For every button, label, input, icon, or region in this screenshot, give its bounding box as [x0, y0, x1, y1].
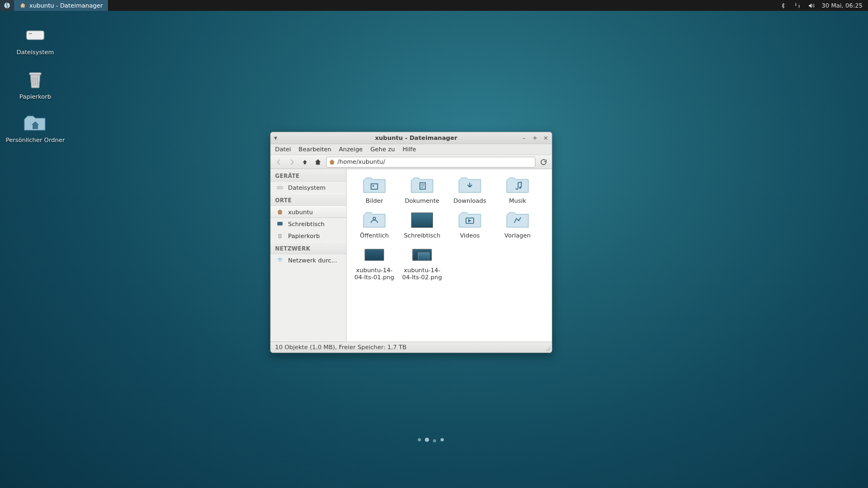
image-thumbnail-icon — [410, 245, 434, 265]
sidebar-item-trash[interactable]: Papierkorb — [271, 230, 346, 242]
panel-left: xubuntu - Dateimanager — [0, 0, 108, 11]
sidebar-item-label: Schreibtisch — [288, 221, 341, 228]
folder-downloads-icon — [458, 176, 482, 195]
reload-button[interactable] — [539, 157, 548, 167]
minimize-button[interactable]: – — [520, 134, 528, 142]
folder-musik[interactable]: Musik — [494, 176, 541, 205]
file-label: Schreibtisch — [404, 232, 440, 240]
sidebar-head-devices: GERÄTE — [271, 169, 346, 182]
location-bar[interactable]: /home/xubuntu/ — [326, 157, 535, 168]
close-button[interactable]: × — [542, 134, 550, 142]
svg-rect-4 — [277, 187, 283, 189]
bluetooth-icon[interactable] — [780, 2, 787, 9]
folder-downloads[interactable]: Downloads — [446, 176, 493, 205]
system-tray: 30 Mai, 06:25 — [774, 0, 868, 11]
window-body: GERÄTE Dateisystem ORTE xubuntu Schreibt… — [271, 169, 552, 342]
svg-rect-1 — [27, 31, 44, 40]
folder-home-icon — [23, 114, 47, 133]
location-path: /home/xubuntu/ — [337, 158, 385, 165]
folder-desktop-icon — [410, 210, 434, 230]
network-icon[interactable] — [794, 2, 801, 9]
desktop-icon — [276, 220, 284, 228]
sidebar-item-browse-network[interactable]: Netzwerk durchsu… — [271, 254, 346, 266]
folder-videos-icon — [458, 210, 482, 230]
sidebar-item-filesystem[interactable]: Dateisystem — [271, 182, 346, 194]
home-icon — [314, 158, 322, 166]
drive-icon — [276, 184, 284, 191]
sidebar-item-xubuntu[interactable]: xubuntu — [271, 206, 346, 218]
desktop-icon-home-folder[interactable]: Persönlicher Ordner — [5, 114, 65, 144]
svg-rect-5 — [278, 222, 283, 226]
svg-rect-3 — [29, 73, 41, 75]
back-button[interactable] — [274, 157, 284, 167]
menu-view[interactable]: Anzeige — [339, 146, 363, 153]
top-panel: xubuntu - Dateimanager 30 Mai, 06:25 — [0, 0, 868, 11]
menu-help[interactable]: Hilfe — [403, 146, 416, 153]
folder-bilder[interactable]: Bilder — [351, 176, 398, 205]
home-icon — [329, 159, 335, 165]
home-button[interactable] — [313, 157, 323, 167]
arrow-left-icon — [275, 158, 283, 166]
folder-oeffentlich[interactable]: Öffentlich — [351, 210, 398, 240]
file-label: xubuntu-14-04-lts-01.png — [352, 267, 397, 282]
folder-documents-icon — [410, 176, 434, 195]
arrow-right-icon — [288, 158, 296, 166]
home-icon — [20, 2, 26, 9]
forward-button[interactable] — [287, 157, 297, 167]
folder-dokumente[interactable]: Dokumente — [399, 176, 445, 205]
file-view[interactable]: Bilder Dokumente Downloads — [347, 169, 552, 342]
taskbar-item-file-manager[interactable]: xubuntu - Dateimanager — [14, 0, 108, 11]
desktop: xubuntu - Dateimanager 30 Mai, 06:25 Dat… — [0, 0, 868, 488]
file-label: xubuntu-14-04-lts-02.png — [399, 267, 445, 282]
resize-grip[interactable] — [545, 346, 551, 351]
svg-rect-2 — [29, 33, 32, 34]
file-label: Bilder — [366, 197, 383, 205]
folder-schreibtisch[interactable]: Schreibtisch — [399, 210, 445, 240]
folder-public-icon — [362, 210, 386, 230]
sidebar-item-label: xubuntu — [288, 209, 341, 216]
desktop-icon-trash[interactable]: Papierkorb — [5, 70, 65, 100]
icon-grid: Bilder Dokumente Downloads — [351, 176, 547, 281]
svg-point-7 — [373, 185, 374, 187]
file-label: Dokumente — [405, 197, 439, 205]
reload-icon — [540, 158, 547, 166]
volume-icon[interactable] — [808, 2, 815, 9]
menu-edit[interactable]: Bearbeiten — [298, 146, 331, 153]
sidebar-item-label: Netzwerk durchsu… — [288, 257, 341, 264]
busy-indicator — [418, 438, 444, 441]
sidebar-item-label: Papierkorb — [288, 233, 341, 240]
applications-menu-button[interactable] — [0, 0, 14, 11]
sidebar-head-network: NETZWERK — [271, 242, 346, 254]
file-screenshot-1[interactable]: xubuntu-14-04-lts-01.png — [351, 245, 398, 282]
statusbar-text: 10 Objekte (1,0 MB), Freier Speicher: 1,… — [275, 344, 406, 351]
folder-vorlagen[interactable]: Vorlagen — [494, 210, 541, 240]
sidebar-item-label: Dateisystem — [288, 184, 341, 191]
sidebar-item-desktop[interactable]: Schreibtisch — [271, 218, 346, 230]
folder-templates-icon — [506, 210, 529, 230]
menu-file[interactable]: Datei — [275, 146, 291, 153]
sidebar: GERÄTE Dateisystem ORTE xubuntu Schreibt… — [271, 169, 347, 342]
clock[interactable]: 30 Mai, 06:25 — [822, 2, 863, 9]
folder-pictures-icon — [362, 176, 386, 195]
file-label: Downloads — [454, 197, 486, 205]
arrow-up-icon — [301, 158, 309, 166]
up-button[interactable] — [300, 157, 310, 167]
window-controls: – + × — [520, 132, 550, 144]
file-screenshot-2[interactable]: xubuntu-14-04-lts-02.png — [399, 245, 445, 282]
file-label: Öffentlich — [360, 232, 388, 240]
window-menu-icon[interactable]: ▾ — [271, 134, 280, 142]
image-thumbnail-icon — [362, 245, 386, 265]
wifi-icon — [276, 256, 284, 264]
maximize-button[interactable]: + — [531, 134, 539, 142]
menu-go[interactable]: Gehe zu — [371, 146, 395, 153]
home-icon — [276, 208, 284, 216]
desktop-icon-label: Papierkorb — [20, 93, 51, 100]
titlebar[interactable]: ▾ xubuntu - Dateimanager – + × — [271, 132, 552, 144]
svg-point-9 — [519, 187, 521, 189]
trash-icon — [276, 232, 284, 240]
trash-icon — [23, 70, 47, 90]
desktop-icon-filesystem[interactable]: Dateisystem — [5, 26, 65, 56]
taskbar-item-label: xubuntu - Dateimanager — [29, 2, 103, 9]
folder-videos[interactable]: Videos — [446, 210, 493, 240]
file-manager-window: ▾ xubuntu - Dateimanager – + × Datei Bea… — [270, 132, 552, 353]
